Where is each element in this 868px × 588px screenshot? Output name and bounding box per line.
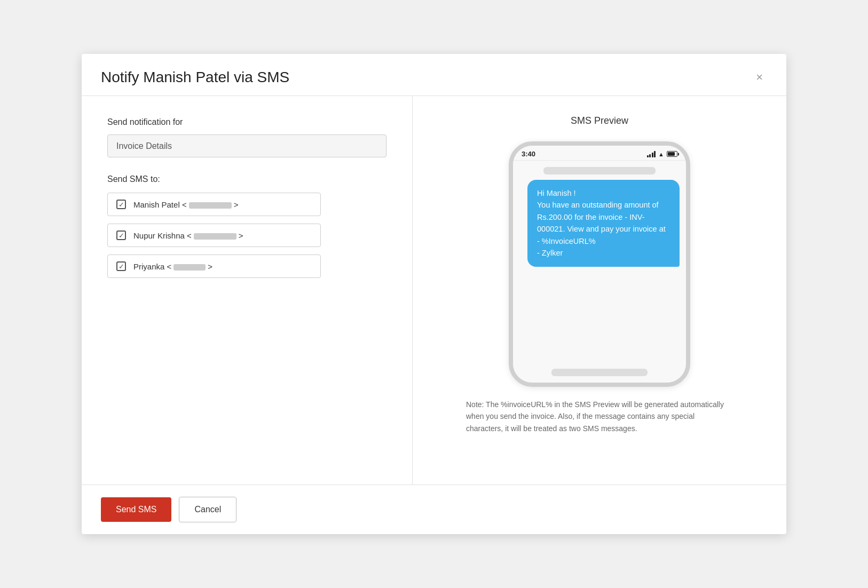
checkbox-manish[interactable]: ✓ xyxy=(116,200,126,209)
checkmark-manish: ✓ xyxy=(119,201,124,208)
wifi-icon: ▲ xyxy=(658,151,664,157)
preview-title: SMS Preview xyxy=(571,115,628,126)
notification-for-label: Send notification for xyxy=(107,117,386,127)
sms-note: Note: The %invoiceURL% in the SMS Previe… xyxy=(466,399,733,434)
recipient-item-nupur[interactable]: ✓ Nupur Krishna <> xyxy=(107,224,321,247)
phone-status-icons: ▲ xyxy=(647,151,677,157)
checkmark-priyanka: ✓ xyxy=(119,263,124,270)
checkmark-nupur: ✓ xyxy=(119,232,124,239)
dialog-header: Notify Manish Patel via SMS × xyxy=(82,54,786,96)
battery-icon xyxy=(667,151,677,157)
sms-bubble: Hi Manish ! You have an outstanding amou… xyxy=(527,180,680,267)
send-to-label: Send SMS to: xyxy=(107,174,386,184)
right-panel: SMS Preview 3:40 ▲ xyxy=(413,96,786,484)
phone-mockup: 3:40 ▲ xyxy=(509,141,690,387)
phone-time: 3:40 xyxy=(522,150,535,158)
notification-type-select[interactable]: Invoice Details xyxy=(107,134,386,157)
send-sms-button[interactable]: Send SMS xyxy=(101,497,171,522)
recipient-list: ✓ Manish Patel <> ✓ Nupur Krishna <> ✓ P… xyxy=(107,193,386,278)
recipient-name-nupur: Nupur Krishna <> xyxy=(133,231,243,240)
checkbox-priyanka[interactable]: ✓ xyxy=(116,261,126,271)
dialog-title: Notify Manish Patel via SMS xyxy=(101,69,289,86)
signal-icon xyxy=(647,151,656,157)
left-panel: Send notification for Invoice Details Se… xyxy=(82,96,413,484)
dialog-body: Send notification for Invoice Details Se… xyxy=(82,96,786,484)
dialog-footer: Send SMS Cancel xyxy=(82,484,786,534)
notify-dialog: Notify Manish Patel via SMS × Send notif… xyxy=(82,54,786,534)
phone-status-bar: 3:40 ▲ xyxy=(513,146,686,161)
recipient-item-manish[interactable]: ✓ Manish Patel <> xyxy=(107,193,321,216)
cancel-button[interactable]: Cancel xyxy=(179,497,236,522)
recipient-name-priyanka: Priyanka <> xyxy=(133,262,212,271)
close-button[interactable]: × xyxy=(752,69,767,85)
recipient-name-manish: Manish Patel <> xyxy=(133,200,238,209)
checkbox-nupur[interactable]: ✓ xyxy=(116,231,126,240)
phone-content: Hi Manish ! You have an outstanding amou… xyxy=(513,161,686,383)
phone-grey-bar-top xyxy=(543,167,656,174)
recipient-item-priyanka[interactable]: ✓ Priyanka <> xyxy=(107,255,321,278)
phone-grey-bar-bottom xyxy=(551,369,648,376)
